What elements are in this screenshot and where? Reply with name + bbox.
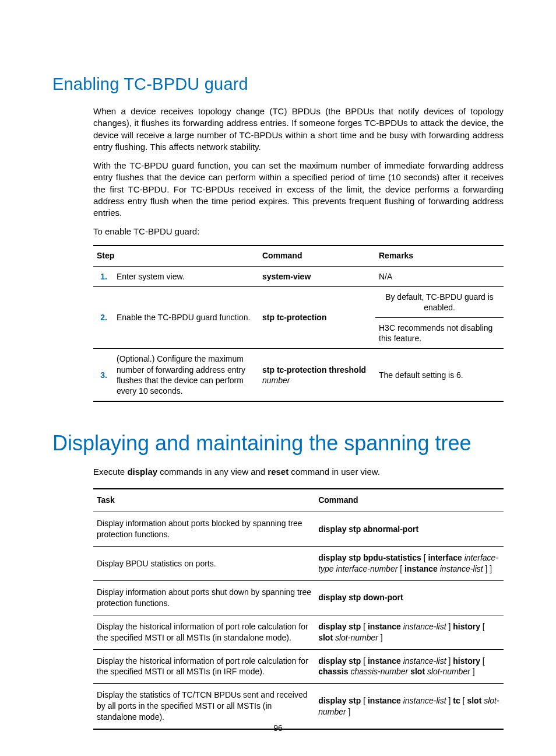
cmd-text: display stp — [318, 696, 361, 705]
col-remarks: Remarks — [375, 246, 504, 267]
paragraph: With the TC-BPDU guard function, you can… — [93, 160, 504, 219]
task-command: display stp abnormal-port — [315, 512, 504, 547]
cmd-literal: [ — [361, 696, 368, 705]
cmd-literal: ] — [446, 656, 453, 666]
cmd-literal: [ — [421, 553, 428, 562]
step-number: 1. — [93, 266, 113, 286]
text-bold: display — [127, 467, 157, 477]
task-desc: Display the statistics of TC/TCN BPDUs s… — [93, 684, 315, 729]
step-command: system-view — [259, 266, 375, 286]
cmd-literal: [ — [397, 564, 404, 573]
task-desc: Display information about ports blocked … — [93, 512, 315, 547]
table-row: 1. Enter system view. system-view N/A — [93, 266, 504, 286]
chapter-heading-display: Displaying and maintaining the spanning … — [52, 431, 504, 456]
table-row: 3. (Optional.) Configure the maximum num… — [93, 349, 504, 401]
table-header-row: Task Command — [93, 489, 504, 512]
step-remarks: N/A — [375, 266, 504, 286]
cmd-literal: [ — [480, 656, 485, 666]
text: Execute — [93, 467, 127, 477]
cmd-text: history — [453, 622, 480, 631]
cmd-text: instance — [368, 656, 401, 666]
task-desc: Display information about ports shut dow… — [93, 581, 315, 615]
cmd-arg: slot-number — [427, 667, 470, 676]
step-number: 3. — [93, 349, 113, 401]
cmd-text: slot — [467, 696, 481, 705]
section-heading-tc-bpdu: Enabling TC-BPDU guard — [52, 75, 504, 94]
col-command: Command — [259, 246, 375, 267]
cmd-text: history — [453, 656, 480, 666]
col-step: Step — [93, 246, 259, 267]
cmd-text: slot — [318, 633, 333, 642]
cmd-text: stp tc-protection threshold — [262, 365, 366, 374]
task-desc: Display the historical information of po… — [93, 615, 315, 649]
page: Enabling TC-BPDU guard When a device rec… — [0, 0, 556, 756]
cmd-literal: ] — [346, 707, 351, 716]
cmd-literal: [ — [361, 656, 368, 666]
cmd-literal: ] — [470, 667, 475, 676]
cmd-text: chassis — [318, 667, 348, 676]
cmd-text: instance — [404, 564, 438, 573]
cmd-literal: ] — [446, 622, 453, 631]
cmd-text: display stp abnormal-port — [318, 524, 418, 534]
step-command: stp tc-protection — [259, 286, 375, 349]
task-desc: Display the historical information of po… — [93, 649, 315, 684]
cmd-text: interface — [428, 553, 462, 562]
table-row: Display the historical information of po… — [93, 615, 504, 649]
col-command: Command — [315, 489, 504, 512]
cmd-text: display stp — [318, 656, 361, 666]
table-row: Display the statistics of TC/TCN BPDUs s… — [93, 684, 504, 729]
table-row: Display information about ports blocked … — [93, 512, 504, 547]
step-remarks: By default, TC-BPDU guard is enabled. H3… — [375, 286, 504, 349]
task-command: display stp [ instance instance-list ] h… — [315, 649, 504, 684]
cmd-arg: slot-number — [335, 633, 378, 642]
cmd-text: display stp bpdu-statistics — [318, 553, 421, 562]
cmd-literal: ] ] — [483, 564, 492, 573]
step-command: stp tc-protection threshold number — [259, 349, 375, 401]
step-desc: (Optional.) Configure the maximum number… — [113, 349, 259, 401]
cmd-text: display stp — [318, 622, 361, 631]
step-remarks: The default setting is 6. — [375, 349, 504, 401]
cmd-text: display stp down-port — [318, 593, 403, 602]
tasks-table: Task Command Display information about p… — [93, 488, 504, 730]
steps-table: Step Command Remarks 1. Enter system vie… — [93, 245, 504, 402]
remark-line: H3C recommends not disabling this featur… — [375, 318, 504, 348]
task-command: display stp down-port — [315, 581, 504, 615]
cmd-literal: ] — [446, 696, 453, 705]
paragraph: To enable TC-BPDU guard: — [93, 226, 504, 237]
cmd-text: tc — [453, 696, 460, 705]
task-command: display stp bpdu-statistics [ interface … — [315, 547, 504, 581]
text: command in user view. — [288, 467, 380, 477]
table-row: 2. Enable the TC-BPDU guard function. st… — [93, 286, 504, 349]
section2-body: Execute display commands in any view and… — [93, 466, 504, 730]
task-desc: Display BPDU statistics on ports. — [93, 547, 315, 581]
task-command: display stp [ instance instance-list ] h… — [315, 615, 504, 649]
table-row: Display the historical information of po… — [93, 649, 504, 684]
paragraph: When a device receives topology change (… — [93, 106, 504, 153]
page-number: 96 — [0, 723, 556, 733]
text: commands in any view and — [157, 467, 268, 477]
cmd-text: system-view — [262, 272, 311, 281]
table-row: Display BPDU statistics on ports.display… — [93, 547, 504, 581]
step-desc: Enter system view. — [113, 266, 259, 286]
cmd-text: instance — [368, 696, 401, 705]
cmd-text: instance — [368, 622, 401, 631]
table-header-row: Step Command Remarks — [93, 246, 504, 267]
paragraph: Execute display commands in any view and… — [93, 466, 504, 478]
cmd-text: slot — [410, 667, 425, 676]
step-number: 2. — [93, 286, 113, 349]
cmd-arg: instance-list — [440, 564, 483, 573]
cmd-arg: number — [262, 376, 290, 385]
cmd-literal: [ — [480, 622, 485, 631]
col-task: Task — [93, 489, 315, 512]
cmd-text: stp tc-protection — [262, 313, 326, 322]
remark-line: By default, TC-BPDU guard is enabled. — [375, 287, 504, 318]
step-desc: Enable the TC-BPDU guard function. — [113, 286, 259, 349]
task-command: display stp [ instance instance-list ] t… — [315, 684, 504, 729]
section1-body: When a device receives topology change (… — [93, 106, 504, 402]
text-bold: reset — [268, 467, 288, 477]
cmd-arg: instance-list — [403, 696, 446, 705]
cmd-arg: chassis-number — [350, 667, 408, 676]
cmd-arg: instance-list — [403, 656, 446, 666]
table-row: Display information about ports shut dow… — [93, 581, 504, 615]
cmd-literal: [ — [361, 622, 368, 631]
